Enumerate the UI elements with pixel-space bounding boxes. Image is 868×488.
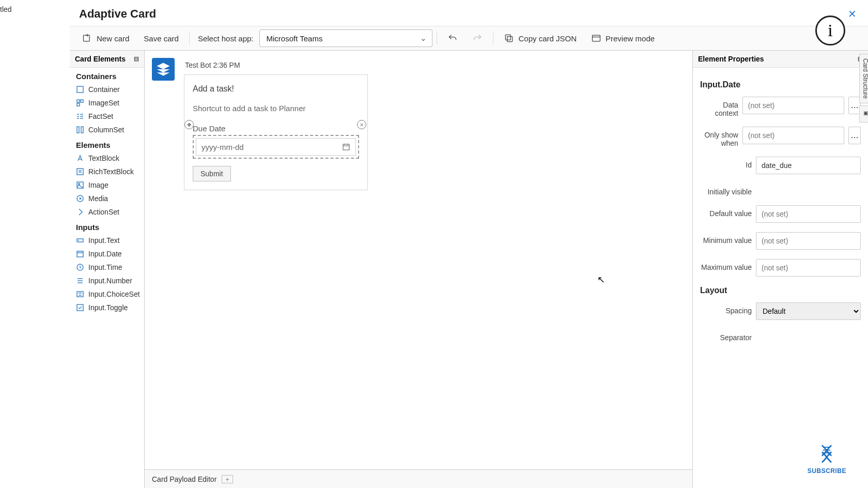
svg-rect-4 (77, 86, 83, 93)
svg-rect-6 (81, 100, 83, 102)
element-input-number[interactable]: Input.Number (70, 274, 144, 287)
element-textblock[interactable]: TextBlock (70, 151, 144, 165)
submit-button[interactable]: Submit (193, 166, 231, 181)
copy-json-label: Copy card JSON (518, 34, 577, 43)
element-image[interactable]: Image (70, 178, 144, 192)
element-input-text[interactable]: Input.Text (70, 234, 144, 247)
adaptive-card-designer: Adaptive Card ✕ New card Save card Selec… (70, 0, 868, 488)
element-input-toggle[interactable]: Input.Toggle (70, 301, 144, 314)
card-title-text[interactable]: Add a task! (193, 84, 359, 94)
selected-input-date-block[interactable]: ✥ ✕ Due Date yyyy-mm-dd (193, 124, 359, 159)
element-input-choiceset[interactable]: Input.ChoiceSet (70, 287, 144, 301)
chevron-down-icon: ⌄ (420, 34, 427, 43)
delete-element-icon[interactable]: ✕ (357, 120, 366, 129)
actionset-icon (76, 208, 84, 216)
calendar-icon[interactable] (342, 143, 350, 151)
subscribe-widget[interactable]: SUBSCRIBE (808, 443, 846, 475)
toolbar: New card Save card Select host app: Micr… (70, 26, 868, 51)
textblock-icon (76, 154, 84, 162)
element-columnset[interactable]: ColumnSet (70, 123, 144, 136)
preview-mode-button[interactable]: Preview mode (585, 30, 661, 47)
title-bar: Adaptive Card ✕ (70, 0, 868, 26)
card-structure-tab[interactable]: Card Structure (859, 54, 868, 103)
svg-rect-3 (593, 35, 600, 41)
more-button[interactable]: … (848, 127, 861, 144)
prop-label: Id (700, 157, 752, 169)
element-factset[interactable]: FactSet (70, 110, 144, 123)
host-app-value: Microsoft Teams (266, 34, 322, 43)
toolbar-separator (493, 32, 493, 45)
element-input-time[interactable]: Input.Time (70, 261, 144, 274)
prop-separator: Separator (700, 329, 861, 342)
card-elements-header[interactable]: Card Elements ⊟ (70, 51, 144, 68)
side-tab-expand[interactable]: ▣ (859, 105, 868, 123)
date-input[interactable]: yyyy-mm-dd (196, 138, 356, 156)
elements-list: Containers Container ImageSet FactSet Co… (70, 68, 144, 314)
save-card-label: Save card (144, 34, 179, 43)
element-type-heading: Input.Date (700, 80, 861, 89)
id-input[interactable] (756, 157, 861, 174)
svg-rect-14 (77, 239, 83, 242)
redo-button[interactable] (466, 30, 489, 47)
bot-avatar (152, 58, 175, 81)
input-number-icon (76, 277, 84, 285)
side-tabs: Card Structure ▣ (859, 54, 868, 123)
prop-label: Initially visible (700, 184, 752, 196)
save-card-button[interactable]: Save card (137, 31, 185, 46)
element-input-date[interactable]: Input.Date (70, 247, 144, 261)
subscribe-label: SUBSCRIBE (808, 467, 846, 475)
prop-maximum-value: Maximum value (700, 259, 861, 277)
card-elements-title: Card Elements (75, 55, 126, 63)
preview-icon (591, 33, 601, 43)
element-richtextblock[interactable]: RichTextBlock (70, 165, 144, 178)
copy-icon (504, 33, 514, 43)
category-elements: Elements (70, 136, 144, 151)
new-card-button[interactable]: New card (76, 30, 135, 47)
element-imageset[interactable]: ImageSet (70, 96, 144, 110)
date-input-wrapper[interactable]: yyyy-mm-dd (193, 135, 359, 159)
prop-id: Id (700, 157, 861, 174)
only-show-when-input[interactable] (742, 127, 844, 144)
svg-rect-8 (77, 127, 79, 133)
input-time-icon (76, 263, 84, 271)
media-icon (76, 194, 84, 203)
prop-spacing: Spacing Default (700, 302, 861, 320)
collapse-icon[interactable]: ⊟ (134, 55, 139, 63)
new-card-icon (82, 33, 92, 43)
move-handle-icon[interactable]: ✥ (184, 120, 194, 129)
design-canvas[interactable]: Test Bot 2:36 PM Add a task! Shortcut to… (145, 51, 692, 488)
prop-label: Default value (700, 205, 752, 218)
svg-rect-0 (84, 35, 90, 41)
element-media[interactable]: Media (70, 192, 144, 205)
host-app-select[interactable]: Microsoft Teams ⌄ (259, 29, 432, 47)
svg-point-12 (79, 184, 80, 185)
prop-label: Only show when (700, 127, 738, 147)
card-subtitle-text[interactable]: Shortcut to add a task to Planner (193, 104, 359, 113)
input-text-icon (76, 236, 84, 245)
default-value-input[interactable] (756, 205, 861, 223)
copy-json-button[interactable]: Copy card JSON (498, 30, 583, 47)
main-body: Card Elements ⊟ Containers Container Ima… (70, 51, 868, 488)
properties-header[interactable]: Element Properties ⊟ (693, 51, 868, 68)
prop-minimum-value: Minimum value (700, 232, 861, 250)
dna-icon (815, 443, 838, 465)
prop-initially-visible: Initially visible (700, 184, 861, 196)
expand-icon[interactable]: ＋ (222, 475, 233, 483)
info-overlay-icon[interactable]: i (815, 16, 845, 45)
element-actionset[interactable]: ActionSet (70, 205, 144, 219)
page-title: Adaptive Card (79, 7, 156, 21)
spacing-select[interactable]: Default (756, 302, 861, 320)
due-date-label: Due Date (193, 124, 359, 133)
card-preview[interactable]: Add a task! Shortcut to add a task to Pl… (184, 74, 368, 190)
bot-name-time: Test Bot 2:36 PM (185, 61, 368, 69)
card-payload-editor-bar[interactable]: Card Payload Editor ＋ (145, 469, 692, 488)
data-context-input[interactable] (742, 97, 844, 114)
element-container[interactable]: Container (70, 83, 144, 96)
undo-button[interactable] (441, 30, 464, 47)
max-value-input[interactable] (756, 259, 861, 277)
prop-label: Data context (700, 97, 738, 117)
min-value-input[interactable] (756, 232, 861, 250)
close-icon[interactable]: ✕ (848, 8, 857, 20)
svg-rect-5 (77, 100, 80, 102)
prop-default-value: Default value (700, 205, 861, 223)
